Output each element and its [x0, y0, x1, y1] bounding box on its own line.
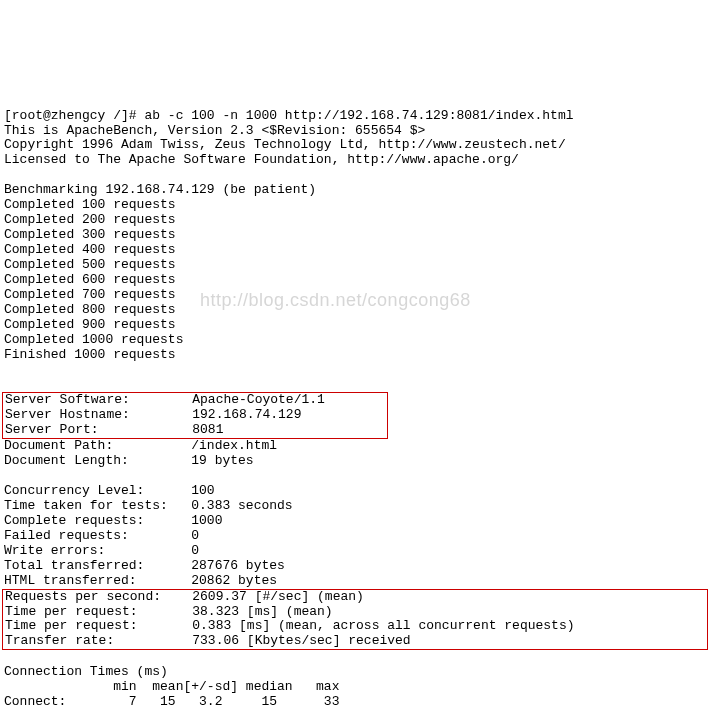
progress-line: Completed 500 requests [4, 257, 176, 272]
connection-times-header: Connection Times (ms) [4, 664, 168, 679]
terminal-output: [root@zhengcy /]# ab -c 100 -n 1000 http… [4, 94, 719, 711]
progress-line: Completed 700 requests [4, 287, 176, 302]
complete-requests: Complete requests: 1000 [4, 513, 222, 528]
benchmarking-line: Benchmarking 192.168.74.129 (be patient) [4, 182, 316, 197]
progress-line: Completed 200 requests [4, 212, 176, 227]
performance-box: Requests per second: 2609.37 [#/sec] (me… [2, 589, 708, 651]
progress-line: Completed 600 requests [4, 272, 176, 287]
connect-row: Connect: 7 15 3.2 15 33 [4, 694, 339, 709]
progress-line: Completed 300 requests [4, 227, 176, 242]
failed-requests: Failed requests: 0 [4, 528, 199, 543]
header-line: Licensed to The Apache Software Foundati… [4, 152, 519, 167]
total-transferred: Total transferred: 287676 bytes [4, 558, 285, 573]
progress-line: Completed 800 requests [4, 302, 176, 317]
command-line: [root@zhengcy /]# ab -c 100 -n 1000 http… [4, 108, 574, 123]
document-path: Document Path: /index.html [4, 438, 277, 453]
progress-line: Completed 900 requests [4, 317, 176, 332]
write-errors: Write errors: 0 [4, 543, 199, 558]
connection-columns: min mean[+/-sd] median max [4, 679, 339, 694]
concurrency-level: Concurrency Level: 100 [4, 483, 215, 498]
progress-line: Completed 100 requests [4, 197, 176, 212]
server-info-box: Server Software: Apache-Coyote/1.1 Serve… [2, 392, 388, 439]
header-line: Copyright 1996 Adam Twiss, Zeus Technolo… [4, 137, 566, 152]
progress-line: Completed 1000 requests [4, 332, 183, 347]
time-taken: Time taken for tests: 0.383 seconds [4, 498, 293, 513]
progress-line: Completed 400 requests [4, 242, 176, 257]
html-transferred: HTML transferred: 20862 bytes [4, 573, 277, 588]
finished-line: Finished 1000 requests [4, 347, 176, 362]
header-line: This is ApacheBench, Version 2.3 <$Revis… [4, 123, 425, 138]
document-length: Document Length: 19 bytes [4, 453, 254, 468]
